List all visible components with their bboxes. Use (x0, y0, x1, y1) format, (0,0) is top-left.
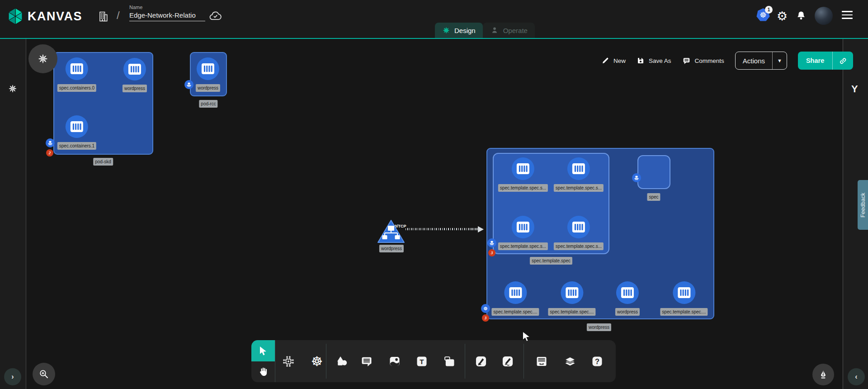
pod-badge-icon[interactable] (632, 173, 641, 182)
container-node[interactable]: spec.template.spec.... (660, 281, 708, 316)
design-name-field[interactable]: Name Edge-Network-Relatio (129, 5, 205, 21)
toolbar-divider (465, 344, 465, 379)
container-node[interactable]: spec.template.spec.... (548, 281, 595, 316)
spec-node[interactable] (637, 155, 670, 189)
container-node[interactable]: spec.template.spec.s... (498, 157, 548, 192)
freehand-draw-tool-button[interactable] (501, 355, 514, 368)
save-icon (637, 57, 645, 65)
pointer-tools-column (251, 340, 275, 382)
kanvas-logo-icon (7, 8, 24, 25)
feedback-tab[interactable]: Feedback (858, 180, 868, 230)
collapse-right-panel-button[interactable]: ‹ (848, 368, 865, 385)
node-config-button[interactable] (28, 44, 57, 73)
vector-pen-tool-button[interactable] (475, 355, 487, 368)
error-count-badge[interactable]: 2 (46, 149, 53, 157)
settings-gear-icon[interactable]: ⚙ (777, 10, 788, 22)
kanvas-logo[interactable]: KANVAS (7, 8, 82, 25)
container-node[interactable]: spec.template.spec.... (491, 281, 539, 316)
actions-label: Actions (736, 52, 772, 69)
comments-label: Comments (695, 57, 724, 64)
actions-dropdown-button[interactable]: Actions ▼ (735, 52, 787, 70)
container-icon (504, 281, 527, 304)
caret-down-icon[interactable]: ▼ (772, 52, 787, 69)
container-icon (561, 281, 583, 304)
help-button[interactable]: ? (591, 355, 604, 368)
service-node[interactable] (377, 219, 406, 246)
meshery-spinner-icon (8, 84, 18, 94)
kubernetes-tool-button[interactable]: ☸ (311, 355, 323, 368)
expand-left-panel-button[interactable]: › (4, 368, 21, 385)
container-node[interactable]: spec.template.spec.s... (498, 216, 548, 250)
shapes-icon (335, 355, 348, 368)
tab-operate[interactable]: Operate (483, 23, 535, 38)
comments-button[interactable]: Comments (682, 57, 724, 65)
dock-handle-icon[interactable]: Y (851, 83, 858, 95)
container-node[interactable]: wordpress (123, 58, 147, 92)
container-node[interactable]: spec.containers.1 (57, 115, 96, 150)
container-node[interactable]: spec.template.spec.s... (554, 157, 604, 192)
mouse-cursor (520, 331, 532, 344)
tab-operate-label: Operate (503, 27, 528, 34)
container-icon (512, 216, 534, 238)
frame-icon (443, 355, 456, 368)
group-label-pod-rcc: pod-rcc (199, 100, 217, 108)
mesh-sync-tool-button[interactable] (282, 355, 295, 368)
canvas-toolbar: ☸ (251, 340, 616, 382)
node-label: spec.template.spec.... (548, 308, 595, 316)
mode-tabs: Design Operate (435, 23, 535, 38)
select-tool-button[interactable] (251, 340, 275, 361)
user-avatar[interactable] (815, 7, 833, 25)
shapes-tool-button[interactable] (335, 355, 348, 368)
layers-button[interactable] (564, 355, 576, 368)
new-button[interactable]: New (601, 57, 626, 65)
design-tab-icon (442, 26, 450, 34)
container-icon (616, 281, 639, 304)
group-label-spec-template-spec: spec.template.spec (530, 257, 572, 265)
pan-tool-button[interactable] (251, 361, 275, 382)
notifications-bell-icon[interactable] (796, 10, 807, 22)
pod-badge-icon[interactable] (46, 138, 55, 147)
feedback-label: Feedback (860, 193, 866, 218)
toolbar-divider (524, 344, 524, 379)
hand-icon (258, 366, 269, 377)
comment-tool-button[interactable] (360, 355, 373, 368)
container-node[interactable]: spec.containers.0 (57, 57, 96, 92)
service-edge[interactable] (406, 228, 478, 230)
components-drawer-button[interactable] (535, 355, 548, 368)
text-icon: T (415, 355, 428, 368)
organization-icon[interactable] (97, 10, 109, 23)
pod-badge-icon[interactable] (487, 238, 496, 247)
frame-tool-button[interactable] (443, 355, 456, 368)
container-node[interactable]: wordpress (615, 281, 640, 316)
copy-link-button[interactable] (832, 52, 853, 70)
save-as-button[interactable]: Save As (637, 57, 671, 65)
container-node[interactable]: spec.template.spec.s... (554, 216, 604, 250)
image-icon (388, 355, 401, 368)
node-label: wordpress (196, 84, 220, 92)
container-node[interactable]: wordpress (196, 57, 220, 92)
kubernetes-badge-icon[interactable]: ☸ (481, 304, 490, 313)
error-count-badge[interactable]: 3 (482, 314, 489, 322)
pen-tool-icon (475, 355, 487, 368)
design-pen-button[interactable] (812, 364, 834, 385)
tab-design[interactable]: Design (435, 23, 483, 38)
container-icon (66, 57, 88, 80)
menu-hamburger-icon[interactable] (842, 11, 853, 19)
node-label: spec.template.spec.... (491, 308, 539, 316)
container-icon (673, 281, 695, 304)
chip-circuit-icon (282, 355, 295, 368)
text-tool-button[interactable]: T (415, 355, 428, 368)
tab-design-label: Design (454, 27, 476, 34)
image-tool-button[interactable] (388, 355, 401, 368)
share-split-button[interactable]: Share (798, 52, 853, 70)
pencil-icon (601, 57, 609, 65)
kanvas-app: KANVAS / Name Edge-Network-Relatio (0, 0, 868, 389)
save-as-label: Save As (649, 57, 671, 64)
group-label-pod-skd: pod-skd (93, 158, 113, 166)
zoom-search-button[interactable] (33, 363, 55, 385)
design-name-input[interactable]: Edge-Network-Relatio (129, 11, 205, 21)
kubernetes-context-button[interactable]: ☸ 1 (756, 8, 772, 23)
node-label: wordpress (123, 85, 147, 92)
pod-badge-icon[interactable] (184, 80, 193, 89)
error-count-badge[interactable]: 3 (488, 249, 495, 256)
